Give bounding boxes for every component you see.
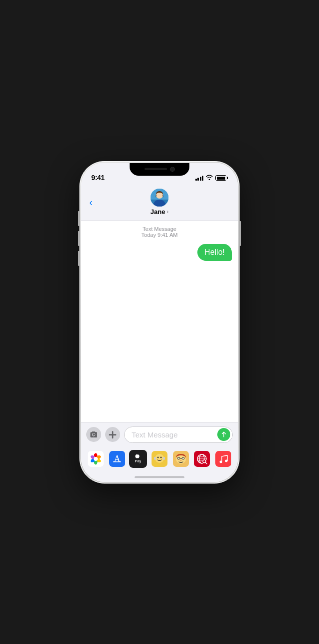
- battery-icon: [215, 175, 228, 181]
- messages-area: Text Message Today 9:41 AM Hello!: [81, 221, 238, 422]
- svg-point-23: [160, 456, 161, 458]
- back-chevron-icon: ‹: [89, 197, 93, 207]
- notch: [130, 163, 189, 176]
- svg-rect-18: [130, 451, 146, 467]
- status-icons: [195, 175, 228, 182]
- speaker: [145, 168, 167, 170]
- contact-name-row[interactable]: Jane ›: [151, 208, 168, 215]
- svg-point-22: [157, 456, 159, 458]
- status-bar: 9:41: [81, 163, 238, 185]
- svg-point-21: [155, 454, 164, 463]
- wifi-icon: [206, 175, 213, 182]
- photos-icon: [88, 451, 104, 467]
- signal-icon: [195, 176, 204, 181]
- phone-screen: 9:41: [81, 163, 238, 482]
- svg-rect-29: [182, 457, 184, 459]
- applepay-app[interactable]: Pay: [129, 450, 147, 468]
- app-tray: A Pay: [81, 447, 238, 473]
- memoji2-app[interactable]: [172, 450, 190, 468]
- memoji2-icon: [173, 451, 189, 467]
- svg-text:A: A: [114, 454, 120, 464]
- camera-button[interactable]: [86, 427, 101, 442]
- avatar[interactable]: [151, 189, 168, 207]
- front-camera: [170, 167, 175, 172]
- nav-header: ‹: [81, 185, 238, 221]
- appstore-icon: A: [109, 451, 125, 467]
- apps-button[interactable]: [105, 427, 120, 442]
- send-icon: [220, 431, 227, 438]
- home-bar: [135, 476, 184, 478]
- appstore-app[interactable]: A: [108, 450, 126, 468]
- applepay-icon: Pay: [130, 451, 146, 467]
- contact-chevron-icon: ›: [166, 209, 168, 215]
- message-meta: Text Message Today 9:41 AM: [87, 226, 232, 238]
- svg-point-42: [225, 459, 227, 462]
- message-type: Text Message: [87, 226, 232, 232]
- memoji1-app[interactable]: [151, 450, 168, 468]
- send-button[interactable]: [217, 428, 230, 441]
- text-input-wrapper: [124, 427, 233, 443]
- back-button[interactable]: ‹: [86, 195, 97, 209]
- svg-point-14: [94, 457, 98, 461]
- camera-icon: [90, 430, 98, 438]
- message-container: Hello!: [87, 244, 232, 261]
- contact-name: Jane: [151, 208, 165, 215]
- status-time: 9:41: [91, 174, 105, 182]
- input-area: [81, 422, 238, 447]
- photos-app[interactable]: [87, 450, 105, 468]
- memoji1-icon: [152, 451, 167, 467]
- avatar-image: [151, 189, 168, 207]
- message-timestamp: Today 9:41 AM: [87, 232, 232, 238]
- globe-icon: [194, 451, 210, 467]
- svg-rect-40: [215, 451, 231, 467]
- svg-rect-24: [154, 457, 156, 460]
- music-icon: [215, 451, 231, 467]
- svg-rect-25: [163, 457, 165, 460]
- contact-info: Jane ›: [151, 189, 168, 215]
- music-app[interactable]: [214, 450, 232, 468]
- home-indicator: [81, 473, 238, 482]
- message-input[interactable]: [124, 427, 233, 443]
- globe-app[interactable]: [193, 450, 211, 468]
- svg-text:Pay: Pay: [135, 459, 142, 463]
- svg-rect-28: [177, 457, 180, 459]
- apps-icon: [109, 430, 117, 438]
- svg-point-41: [219, 460, 222, 463]
- message-bubble[interactable]: Hello!: [197, 244, 232, 261]
- phone-frame: 9:41: [80, 161, 239, 483]
